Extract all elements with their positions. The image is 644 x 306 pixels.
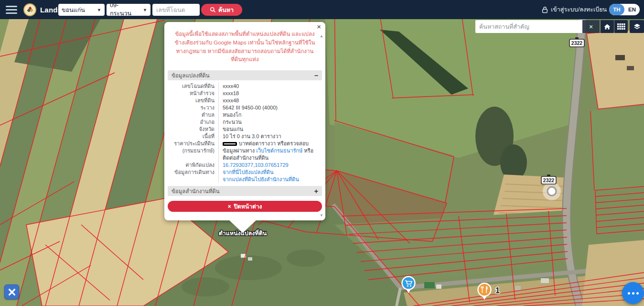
farm-building <box>627 66 634 70</box>
coordinates-link[interactable]: 16.72930377,103.07651729 <box>223 162 289 168</box>
top-navbar: LandsMaps ขอนแก่น ▼ 09-กระนวน ▼ ค้นหา เข… <box>0 0 644 19</box>
shed <box>248 257 252 261</box>
grid-icon <box>617 23 625 30</box>
layers-button[interactable] <box>630 20 644 33</box>
section-office-header[interactable]: ข้อมูลสำนักงานที่ดิน + <box>168 186 322 196</box>
home-button[interactable] <box>601 20 614 33</box>
landsmaps-app: 2322 2322 1 <box>0 0 644 306</box>
province-select-value: ขอนแก่น <box>62 5 85 15</box>
home-icon <box>603 23 611 31</box>
search-button[interactable]: ค้นหา <box>201 4 242 16</box>
more-options-icon <box>628 292 630 295</box>
hamburger-icon[interactable] <box>6 6 17 14</box>
login-link[interactable]: เข้าสู่ระบบ/ลงทะเบียน <box>542 0 607 19</box>
farm-building <box>615 55 625 60</box>
district-select[interactable]: 09-กระนวน ▼ <box>107 4 150 16</box>
close-x-icon: × <box>228 203 231 210</box>
parcel-info-table: เลขโฉนดที่ดินxxxx40 หน้าสำรวจxxxx18 เลขท… <box>168 83 322 183</box>
chevron-down-icon: ▼ <box>97 8 101 12</box>
place-search-input[interactable] <box>475 20 582 33</box>
redacted-value <box>223 142 237 146</box>
expand-icon: + <box>314 187 318 195</box>
field-green-right <box>590 106 644 190</box>
lock-icon <box>542 6 548 13</box>
restaurant-count: 1 <box>495 286 500 295</box>
section-office-title: ข้อมูลสำนักงานที่ดิน <box>172 187 220 196</box>
close-window-label: ปิดหน้าต่าง <box>234 202 262 211</box>
directions-to-parcel-link[interactable]: จากที่นี่ไปยังแปลงที่ดิน <box>223 169 273 175</box>
grid-button[interactable] <box>614 20 628 33</box>
lang-en-button[interactable]: EN <box>624 4 640 15</box>
layers-icon <box>633 23 641 31</box>
table-row: อำเภอกระนวน <box>168 119 322 126</box>
scroll-up-icon[interactable]: ▲ <box>320 34 323 38</box>
measure-tools-button[interactable] <box>4 284 19 299</box>
svg-text:2322: 2322 <box>543 177 555 183</box>
directions-to-office-link[interactable]: จากแปลงที่ดินไปยังสำนักงานที่ดิน <box>223 176 299 182</box>
close-icon[interactable]: × <box>317 23 321 30</box>
chevron-down-icon: ▼ <box>143 8 147 12</box>
table-row: หน้าสำรวจxxxx18 <box>168 90 322 97</box>
disclaimer-text: ข้อมูลนี้เพื่อใช้แสดงสภาพพื้นที่ตำแหน่งแ… <box>164 22 325 67</box>
table-row: เลขโฉนดที่ดินxxxx40 <box>168 83 322 90</box>
table-row: ระวาง5642 III 9450-00 (4000) <box>168 104 322 111</box>
dol-logo <box>23 3 36 16</box>
measure-tools-icon <box>7 287 17 297</box>
search-button-label: ค้นหา <box>218 5 234 15</box>
section-parcel-header[interactable]: ข้อมูลแปลงที่ดิน − <box>168 70 322 80</box>
treasury-website-link[interactable]: เว็บไซต์กรมธนารักษ์ <box>256 148 302 153</box>
table-row: เนื้อที่10 ไร่ 0 งาน 3.0 ตารางวา <box>168 133 322 140</box>
more-options-button[interactable] <box>622 282 644 304</box>
login-label: เข้าสู่ระบบ/ลงทะเบียน <box>551 5 607 14</box>
close-window-button[interactable]: × ปิดหน้าต่าง <box>168 201 322 212</box>
table-row-price: ราคาประเมินที่ดิน (กรมธนารักษ์) บาทต่อตา… <box>168 140 322 162</box>
language-toggle: TH EN <box>609 4 640 15</box>
svg-text:2322: 2322 <box>571 40 583 46</box>
deed-number-input[interactable] <box>152 4 200 16</box>
parcel-info-popup: × ▲ ▼ ข้อมูลนี้เพื่อใช้แสดงสภาพพื้นที่ตำ… <box>164 22 325 220</box>
table-row: เลขที่ดินxxxx48 <box>168 97 322 104</box>
province-select[interactable]: ขอนแก่น ▼ <box>58 4 105 16</box>
table-row-travel: ข้อมูลการเดินทาง จากที่นี่ไปยังแปลงที่ดิ… <box>168 169 322 183</box>
collapse-icon: − <box>314 72 318 79</box>
table-row: ตำบลหนองโก <box>168 111 322 119</box>
search-icon <box>210 7 216 13</box>
clear-search-button[interactable]: × <box>582 20 600 33</box>
lang-th-button[interactable]: TH <box>609 4 624 15</box>
circle-marker[interactable] <box>543 182 561 200</box>
table-row-coords: ค่าพิกัดแปลง 16.72930377,103.07651729 <box>168 162 322 169</box>
scroll-down-icon[interactable]: ▼ <box>320 214 323 218</box>
section-parcel-title: ข้อมูลแปลงที่ดิน <box>172 71 210 80</box>
table-row: จังหวัดขอนแก่น <box>168 126 322 133</box>
district-select-value: 09-กระนวน <box>110 2 140 18</box>
